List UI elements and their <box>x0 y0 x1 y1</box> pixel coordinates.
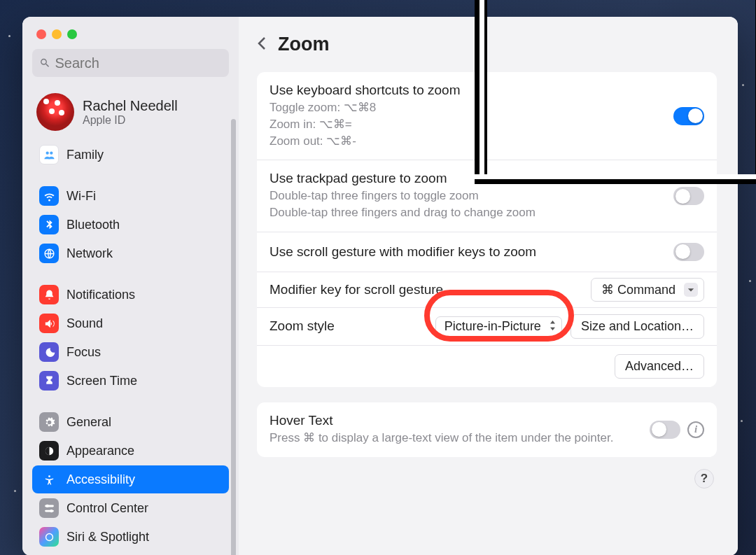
bluetooth-icon <box>39 215 59 234</box>
search-icon <box>39 57 50 69</box>
sidebar-scrollbar[interactable] <box>231 119 236 555</box>
row-title: Zoom style <box>270 318 335 334</box>
sidebar-item-label: Notifications <box>66 288 135 302</box>
content-pane: Zoom Use keyboard shortcuts to zoom Togg… <box>239 17 738 555</box>
network-icon <box>39 244 59 263</box>
accessibility-icon <box>39 470 59 489</box>
svg-point-4 <box>48 475 50 477</box>
row-subtitle: Double-tap three fingers to toggle zoom … <box>270 188 664 221</box>
siri-icon <box>39 527 59 547</box>
svg-point-1 <box>50 151 52 154</box>
scroll-gesture-toggle[interactable] <box>673 243 704 261</box>
zoom-style-select[interactable]: Picture-in-Picture <box>435 316 562 337</box>
header: Zoom <box>257 34 717 55</box>
maximize-window-button[interactable] <box>67 29 77 39</box>
svg-point-0 <box>46 151 48 154</box>
back-button[interactable] <box>257 36 267 53</box>
hourglass-icon <box>39 371 59 391</box>
trackpad-gesture-toggle[interactable] <box>673 187 704 205</box>
window-controls <box>36 29 229 39</box>
info-icon[interactable]: i <box>687 421 704 438</box>
sidebar-item-network[interactable]: Network <box>32 239 229 267</box>
help-button[interactable]: ? <box>694 469 714 489</box>
row-scroll-gesture: Use scroll gesture with modifier keys to… <box>257 232 717 272</box>
sidebar-item-family[interactable]: Family <box>32 141 229 169</box>
row-title: Use scroll gesture with modifier keys to… <box>270 244 664 260</box>
sidebar-item-label: Control Center <box>66 501 148 516</box>
avatar <box>36 93 74 131</box>
sidebar-item-bluetooth[interactable]: Bluetooth <box>32 211 229 239</box>
row-title: Modifier key for scroll gesture <box>270 282 443 297</box>
sidebar-item-label: Bluetooth <box>66 218 120 232</box>
sound-icon <box>39 314 59 333</box>
sidebar-item-label: Focus <box>66 345 101 360</box>
sidebar-item-label: General <box>66 415 111 430</box>
wifi-icon <box>39 186 59 206</box>
appearance-icon <box>39 441 59 461</box>
apple-id-row[interactable]: Rachel Needell Apple ID <box>32 90 229 134</box>
annotation-vertical-line <box>475 0 479 184</box>
row-title: Use keyboard shortcuts to zoom <box>270 83 664 98</box>
sliders-icon <box>39 498 59 518</box>
bell-icon <box>39 285 59 304</box>
sidebar-item-label: Family <box>66 148 104 162</box>
updown-icon <box>550 319 556 334</box>
select-value: Picture-in-Picture <box>444 319 541 334</box>
row-modifier-key: Modifier key for scroll gesture ⌘ Comman… <box>257 272 717 308</box>
minimize-window-button[interactable] <box>52 29 62 39</box>
search-input[interactable] <box>55 55 222 71</box>
size-location-button[interactable]: Size and Location… <box>570 314 704 339</box>
modifier-key-select[interactable]: ⌘ Command <box>591 278 704 302</box>
sidebar-item-label: Siri & Spotlight <box>66 530 149 545</box>
annotation-horizontal-line <box>475 179 756 184</box>
keyboard-shortcuts-toggle[interactable] <box>673 107 704 125</box>
sidebar-item-focus[interactable]: Focus <box>32 338 229 366</box>
svg-point-8 <box>50 509 52 512</box>
sidebar-item-label: Accessibility <box>66 472 135 487</box>
settings-window: Rachel Needell Apple ID Family Wi-Fi <box>22 17 738 555</box>
sidebar-item-label: Appearance <box>66 444 134 458</box>
user-name: Rachel Needell <box>83 98 178 114</box>
row-keyboard-shortcuts: Use keyboard shortcuts to zoom Toggle zo… <box>257 72 717 160</box>
chevron-down-icon <box>684 283 698 297</box>
focus-icon <box>39 342 59 362</box>
advanced-button[interactable]: Advanced… <box>615 354 704 379</box>
row-title: Hover Text <box>270 413 640 428</box>
apple-id-label: Apple ID <box>83 114 178 127</box>
sidebar-item-sound[interactable]: Sound <box>32 309 229 337</box>
family-icon <box>39 145 59 164</box>
svg-point-7 <box>46 504 48 507</box>
sidebar-item-appearance[interactable]: Appearance <box>32 437 229 465</box>
row-trackpad-gesture: Use trackpad gesture to zoom Double-tap … <box>257 160 717 232</box>
search-input-container[interactable] <box>32 49 229 77</box>
close-window-button[interactable] <box>36 29 46 39</box>
sidebar-item-screentime[interactable]: Screen Time <box>32 367 229 395</box>
sidebar-item-label: Sound <box>66 316 103 331</box>
row-subtitle: Toggle zoom: ⌥⌘8 Zoom in: ⌥⌘= Zoom out: … <box>270 99 664 149</box>
sidebar-item-label: Wi-Fi <box>66 189 96 204</box>
sidebar-item-controlcenter[interactable]: Control Center <box>32 494 229 522</box>
gear-icon <box>39 412 59 432</box>
select-value: ⌘ Command <box>601 282 676 297</box>
sidebar: Rachel Needell Apple ID Family Wi-Fi <box>22 17 239 555</box>
page-title: Zoom <box>278 34 330 55</box>
sidebar-item-siri[interactable]: Siri & Spotlight <box>32 523 229 551</box>
sidebar-item-accessibility[interactable]: Accessibility <box>32 465 229 493</box>
zoom-settings-card: Use keyboard shortcuts to zoom Toggle zo… <box>257 72 717 387</box>
row-subtitle: Press ⌘ to display a large-text view of … <box>270 430 640 447</box>
row-hover-text: Hover Text Press ⌘ to display a large-te… <box>257 402 717 457</box>
hover-text-card: Hover Text Press ⌘ to display a large-te… <box>257 402 717 457</box>
row-advanced: Advanced… <box>257 346 717 387</box>
row-zoom-style: Zoom style Picture-in-Picture Size and L… <box>257 308 717 346</box>
sidebar-item-general[interactable]: General <box>32 408 229 436</box>
sidebar-item-label: Network <box>66 246 113 261</box>
sidebar-items: Family Wi-Fi Bluetooth Network <box>32 141 229 551</box>
hover-text-toggle[interactable] <box>650 421 680 439</box>
sidebar-item-wifi[interactable]: Wi-Fi <box>32 182 229 210</box>
sidebar-item-notifications[interactable]: Notifications <box>32 281 229 309</box>
svg-point-9 <box>46 533 52 540</box>
sidebar-item-label: Screen Time <box>66 374 137 388</box>
